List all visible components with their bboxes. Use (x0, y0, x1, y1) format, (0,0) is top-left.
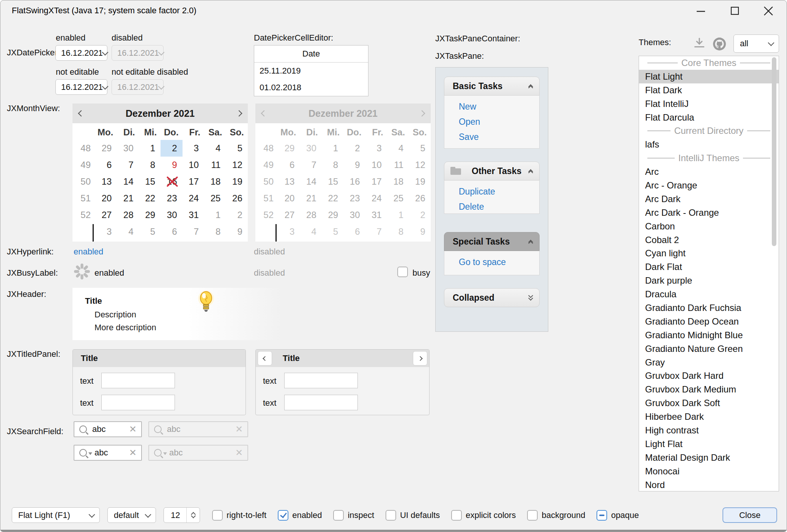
theme-list-item[interactable]: Carbon (639, 220, 779, 233)
theme-list-item[interactable]: Hiberbee Dark (639, 410, 779, 424)
day-cell[interactable]: 2 (226, 207, 247, 223)
day-cell[interactable]: 9 (226, 223, 247, 240)
day-cell[interactable]: 8 (204, 223, 226, 240)
laf-combo[interactable]: Flat Light (F1) (12, 507, 100, 523)
day-cell[interactable]: 6 (161, 223, 182, 240)
taskpane-header[interactable]: Special Tasks (444, 232, 540, 251)
table-row[interactable]: 01.02.2018 (254, 79, 368, 96)
font-size-spinner[interactable]: 12 (164, 507, 200, 523)
themes-filter-combo[interactable]: all (733, 35, 779, 53)
day-cell[interactable]: 22 (139, 190, 161, 207)
chevron-down-icon[interactable] (763, 42, 779, 45)
task-link[interactable]: Delete (459, 202, 539, 212)
search-input[interactable]: abc (87, 424, 129, 434)
theme-list-item[interactable]: Gradianto Dark Fuchsia (639, 301, 779, 315)
theme-list-item[interactable]: High contrast (639, 424, 779, 437)
chevron-down-icon[interactable] (84, 514, 99, 517)
day-cell[interactable]: 2 (161, 140, 182, 157)
minimize-button[interactable] (693, 3, 709, 19)
clear-x-icon[interactable]: ✕ (129, 424, 141, 435)
spinner-buttons[interactable] (186, 508, 200, 523)
datepicker-not-editable[interactable]: 16.12.2021 (55, 79, 107, 95)
day-cell[interactable]: 4 (204, 140, 226, 157)
day-cell[interactable]: 30 (117, 140, 139, 157)
day-cell[interactable]: 15 (139, 173, 161, 190)
close-window-button[interactable] (760, 3, 777, 19)
theme-list-item[interactable]: Arc (639, 165, 779, 179)
day-cell[interactable]: 8 (139, 157, 161, 173)
task-link[interactable]: New (459, 102, 539, 112)
day-cell[interactable]: 14 (117, 173, 139, 190)
search-menu-arrow-icon[interactable] (88, 452, 92, 457)
theme-list-item[interactable]: Gruvbox Dark Hard (639, 369, 779, 383)
day-cell[interactable]: 6 (95, 157, 117, 173)
datepicker-enabled[interactable]: 16.12.2021 (55, 45, 107, 61)
day-cell[interactable]: 19 (226, 173, 247, 190)
chevron-down-icon[interactable] (140, 514, 156, 517)
task-link[interactable]: Go to space (459, 257, 539, 267)
day-cell[interactable]: 1 (204, 207, 226, 223)
close-button[interactable]: Close (722, 507, 777, 523)
day-cell[interactable]: 5 (139, 223, 161, 240)
theme-list-item[interactable]: Dark Flat (639, 260, 779, 274)
text-input[interactable] (101, 395, 175, 410)
laf-combo-value[interactable]: Flat Light (F1) (12, 510, 84, 520)
day-cell[interactable]: 7 (117, 157, 139, 173)
download-icon[interactable] (693, 37, 706, 52)
taskpane-header[interactable]: Collapsed (444, 288, 540, 307)
day-cell[interactable]: 18 (204, 173, 226, 190)
day-cell[interactable]: 21 (117, 190, 139, 207)
text-input[interactable] (101, 373, 175, 388)
day-cell[interactable]: 12 (226, 157, 247, 173)
search-field-enabled[interactable]: abc ✕ (74, 421, 142, 437)
day-cell[interactable]: 3 (95, 223, 117, 240)
maximize-button[interactable] (727, 3, 743, 19)
day-cell[interactable]: 27 (95, 207, 117, 223)
themes-filter-value[interactable]: all (734, 39, 763, 49)
theme-list-item[interactable]: Monocai (639, 465, 779, 478)
right-to-left-checkbox[interactable] (212, 510, 223, 521)
busy-checkbox[interactable] (397, 267, 408, 277)
theme-list-item[interactable]: Flat Darcula (639, 111, 779, 124)
day-cell[interactable]: 17 (183, 173, 204, 190)
theme-list-item[interactable]: Arc - Orange (639, 179, 779, 192)
collapse-chevrons-icon[interactable] (529, 170, 532, 172)
theme-list-item[interactable]: Arc Dark - Orange (639, 206, 779, 220)
datepicker-enabled-value[interactable]: 16.12.2021 (56, 48, 103, 58)
theme-list-item[interactable]: Gradianto Nature Green (639, 342, 779, 356)
theme-list-item[interactable]: Gradianto Deep Ocean (639, 315, 779, 328)
task-link[interactable]: Save (459, 132, 539, 142)
day-cell[interactable]: 3 (183, 140, 204, 157)
theme-list-item[interactable]: Flat Dark (639, 83, 779, 97)
collapse-chevrons-icon[interactable] (529, 85, 532, 87)
day-cell[interactable]: 10 (183, 157, 204, 173)
table-row[interactable]: 25.11.2019 (254, 63, 368, 79)
themes-scrollbar[interactable] (772, 57, 776, 246)
theme-list-item[interactable]: Gradianto Midnight Blue (639, 328, 779, 342)
ui-defaults-checkbox[interactable] (386, 510, 396, 521)
enabled-checkbox[interactable] (278, 510, 288, 521)
taskpane-header[interactable]: Other Tasks (444, 162, 540, 180)
day-cell[interactable]: 25 (204, 190, 226, 207)
clear-x-icon[interactable]: ✕ (129, 447, 141, 458)
day-cell[interactable]: 7 (183, 223, 204, 240)
prev-month-icon[interactable] (72, 104, 90, 123)
theme-list-item[interactable]: Gruvbox Dark Medium (639, 383, 779, 396)
theme-list-item[interactable]: Dark purple (639, 274, 779, 287)
explicit-colors-checkbox[interactable] (451, 510, 462, 521)
day-cell[interactable]: 13 (95, 173, 117, 190)
day-cell[interactable]: 5 (226, 140, 247, 157)
scale-combo-value[interactable]: default (108, 510, 140, 520)
background-checkbox[interactable] (527, 510, 538, 521)
theme-list-item[interactable]: Gruvbox Dark Soft (639, 396, 779, 410)
next-button[interactable] (413, 351, 427, 366)
taskpane-header[interactable]: Basic Tasks (444, 77, 540, 96)
day-cell[interactable]: 31 (183, 207, 204, 223)
theme-list-item[interactable]: Light Flat (639, 437, 779, 451)
next-month-icon[interactable] (230, 104, 248, 123)
day-cell[interactable]: 26 (226, 190, 247, 207)
theme-list-item[interactable]: Cyan light (639, 246, 779, 260)
day-cell[interactable]: 29 (139, 207, 161, 223)
day-cell[interactable]: 16 (161, 173, 182, 190)
expand-chevrons-icon[interactable] (529, 295, 532, 300)
